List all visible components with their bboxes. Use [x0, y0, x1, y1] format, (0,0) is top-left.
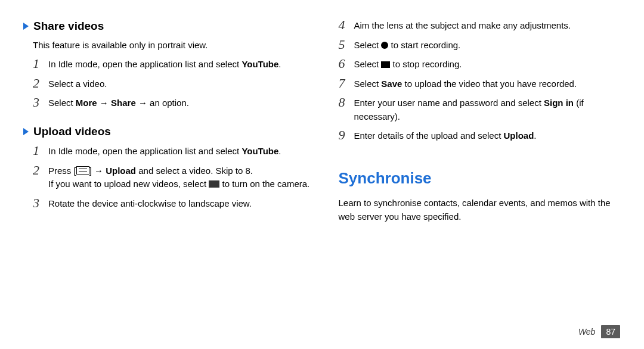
upload-step-1: 1 In Idle mode, open the application lis…: [33, 144, 315, 158]
step-number: 3: [33, 95, 48, 110]
right-step-9: 9 Enter details of the upload and select…: [339, 128, 621, 143]
step-number: 3: [33, 196, 48, 210]
step-text: Enter details of the upload and select U…: [354, 128, 537, 143]
page-footer: Web 87: [578, 325, 620, 338]
step-text: Rotate the device anti-clockwise to land…: [48, 196, 252, 211]
step-text: Select to stop recording.: [354, 57, 462, 71]
right-step-5: 5 Select to start recording.: [339, 38, 621, 52]
step-text: Select More → Share → an option.: [48, 95, 189, 110]
right-step-4: 4 Aim the lens at the subject and make a…: [339, 18, 621, 33]
step-number: 5: [339, 38, 354, 52]
menu-icon: [76, 166, 89, 174]
share-step-1: 1 In Idle mode, open the application lis…: [33, 57, 315, 71]
right-column: 4 Aim the lens at the subject and make a…: [339, 18, 621, 223]
synchronise-lead: Learn to synchronise contacts, calendar …: [339, 196, 621, 224]
step-number: 1: [33, 57, 48, 71]
upload-heading-text: Upload videos: [33, 123, 111, 141]
upload-step-2: 2 Press [] → Upload and select a video. …: [33, 163, 315, 191]
share-step-3: 3 Select More → Share → an option.: [33, 95, 315, 110]
step-number: 2: [33, 76, 48, 91]
record-icon: [381, 42, 388, 49]
step-text: Aim the lens at the subject and make any…: [354, 18, 571, 33]
step-number: 6: [339, 57, 354, 71]
share-step-2: 2 Select a video.: [33, 76, 315, 91]
step-number: 4: [339, 18, 354, 32]
step-text: In Idle mode, open the application list …: [48, 144, 281, 158]
stop-icon: [381, 61, 390, 68]
synchronise-heading: Synchronise: [339, 167, 621, 190]
chevron-icon: [23, 128, 29, 135]
right-step-8: 8 Enter your user name and password and …: [339, 95, 621, 123]
step-number: 7: [339, 76, 354, 91]
step-text: In Idle mode, open the application list …: [48, 57, 281, 71]
camera-icon: [209, 180, 219, 188]
step-text: Enter your user name and password and se…: [354, 95, 621, 123]
step-text: Press [] → Upload and select a video. Sk…: [48, 163, 309, 191]
upload-heading: Upload videos: [33, 123, 111, 141]
right-step-6: 6 Select to stop recording.: [339, 57, 621, 71]
footer-category: Web: [578, 327, 596, 336]
step-text: Select a video.: [48, 76, 107, 91]
step-number: 8: [339, 95, 354, 110]
step-number: 1: [33, 144, 48, 158]
footer-page-number: 87: [601, 325, 620, 338]
upload-step-3: 3 Rotate the device anti-clockwise to la…: [33, 196, 315, 211]
chevron-icon: [23, 23, 29, 30]
step-text: Select Save to upload the video that you…: [354, 76, 577, 91]
right-step-7: 7 Select Save to upload the video that y…: [339, 76, 621, 91]
step-text: Select to start recording.: [354, 38, 461, 52]
share-note: This feature is available only in portra…: [33, 39, 315, 52]
step-number: 9: [339, 128, 354, 142]
share-heading: Share videos: [33, 18, 104, 35]
share-heading-text: Share videos: [33, 18, 104, 35]
step-number: 2: [33, 163, 48, 177]
left-column: Share videos This feature is available o…: [33, 18, 315, 223]
